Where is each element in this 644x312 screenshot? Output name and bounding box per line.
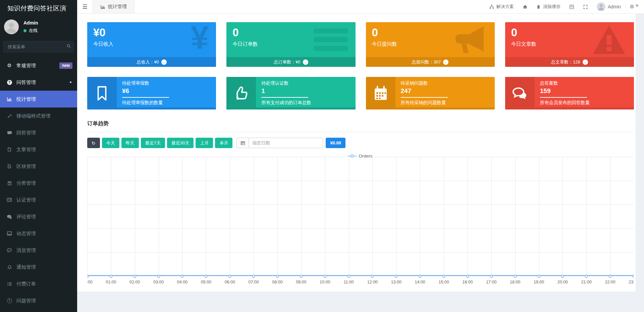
chart-data-point[interactable]: [490, 275, 493, 278]
sidebar-item-mobile-style[interactable]: 移动端样式管理: [0, 107, 77, 124]
file-text-icon: [6, 164, 13, 169]
sidebar-item-messages[interactable]: 消息管理: [0, 242, 77, 259]
x-axis-label: 01:00: [106, 280, 116, 284]
sidebar-menu: ⚙ 常规管理 new ? 问答管理 ▼ 统计管理 移动端样式管理 回答管理: [0, 57, 77, 309]
amount-button[interactable]: ¥0.00: [326, 138, 345, 148]
chart-data-point[interactable]: [87, 275, 89, 278]
sidebar-item-certification[interactable]: 认证管理: [0, 191, 77, 208]
chart-data-point[interactable]: [633, 275, 634, 278]
hamburger-icon[interactable]: ☰: [77, 0, 93, 13]
calendar-addon-icon[interactable]: [236, 138, 249, 148]
chart-data-point[interactable]: [205, 275, 208, 278]
range-last7-button[interactable]: 最近7天: [141, 138, 165, 148]
chart-legend[interactable]: Orders: [346, 153, 374, 159]
gridline: [159, 157, 159, 276]
refresh-button[interactable]: ↻: [87, 138, 100, 148]
chart-data-point[interactable]: [419, 275, 422, 278]
chart-data-point[interactable]: [109, 275, 112, 278]
sidebar-item-articles[interactable]: 文章管理: [0, 141, 77, 158]
chart-data-point[interactable]: [371, 275, 374, 278]
chart-data-point[interactable]: [157, 275, 160, 278]
comment-dots-icon: [6, 248, 13, 253]
gridline: [87, 157, 88, 276]
chart-data-point[interactable]: [537, 275, 540, 278]
chart-data-point[interactable]: [466, 275, 469, 278]
chart-data-point[interactable]: [561, 275, 564, 278]
chart-data-point[interactable]: [347, 275, 350, 278]
x-axis-label: 12:00: [367, 280, 378, 284]
stat-footer-link[interactable]: 总文章数：128 →: [505, 57, 634, 67]
comments-icon: [6, 214, 13, 219]
sidebar-item-general[interactable]: ⚙ 常规管理 new: [0, 57, 77, 74]
yen-watermark-icon: ¥: [191, 22, 209, 54]
search-icon[interactable]: [66, 44, 71, 48]
chart-data-point[interactable]: [514, 275, 517, 278]
sidebar-item-label: 统计管理: [16, 96, 36, 102]
stat-card-questions[interactable]: 0 今日提问数 总提问数：307 →: [366, 22, 495, 67]
chart-data-point[interactable]: [585, 275, 588, 278]
info-card-pending-questions[interactable]: 待采纳问题数 247 所有待采纳的问题数量: [366, 77, 495, 109]
stat-card-income[interactable]: ¥0 今日收入 ¥ 总收入：¥0 →: [87, 22, 216, 67]
range-this-month-button[interactable]: 本月: [215, 138, 232, 148]
new-badge: new: [59, 62, 72, 69]
settings-gears-icon[interactable]: ⚙⚙: [630, 4, 639, 10]
chart-data-point[interactable]: [395, 275, 398, 278]
info-card-certifications[interactable]: 待处理认证数 1 所有支付成功的订单总数: [226, 77, 355, 109]
avatar: [4, 19, 19, 34]
gridline: [182, 157, 182, 276]
sidebar-item-notifications[interactable]: 通知管理: [0, 259, 77, 275]
tab-statistics[interactable]: 统计管理: [93, 0, 135, 13]
gridline: [515, 157, 516, 276]
sidebar-item-comments[interactable]: 评论管理: [0, 208, 77, 225]
stat-footer-link[interactable]: 总订单数：¥0 →: [226, 57, 355, 67]
divider: [401, 97, 448, 98]
stat-footer-link[interactable]: 总收入：¥0 →: [87, 57, 216, 67]
sidebar-item-paid-orders[interactable]: 付费订单: [0, 275, 77, 292]
stat-card-orders[interactable]: 0 今日订单数 总订单数：¥0 →: [226, 22, 355, 67]
sidebar-item-statistics[interactable]: 统计管理: [0, 91, 77, 107]
info-card-total-answers[interactable]: 总答案数 159 所有会员发布的回答数量: [505, 77, 634, 109]
sidebar-item-qa[interactable]: ? 问答管理 ▼: [0, 74, 77, 91]
x-axis-label: 02:00: [129, 280, 140, 284]
chart-data-point[interactable]: [442, 275, 445, 278]
divider: [540, 97, 587, 98]
range-last30-button[interactable]: 最近30天: [167, 138, 194, 148]
chart-data-point[interactable]: [228, 275, 231, 278]
chart-data-point[interactable]: [181, 275, 184, 278]
chart-data-point[interactable]: [609, 275, 612, 278]
x-axis-label: 16:00: [462, 280, 473, 284]
x-axis-label: 04:00: [177, 280, 187, 284]
sidebar-item-moments[interactable]: 动态管理: [0, 225, 77, 242]
search-input[interactable]: [3, 41, 74, 52]
sidebar-item-label: 文章管理: [16, 146, 36, 153]
range-yesterday-button[interactable]: 昨天: [121, 138, 139, 148]
sidebar-item-label: 评论管理: [16, 214, 36, 220]
chart-data-point[interactable]: [133, 275, 136, 278]
stat-card-articles[interactable]: 0 今日文章数 总文章数：128 →: [505, 22, 634, 67]
chart-data-point[interactable]: [300, 275, 303, 278]
gridline: [562, 157, 563, 276]
fullscreen-icon[interactable]: [583, 4, 588, 9]
range-last-month-button[interactable]: 上月: [196, 138, 213, 148]
date-input[interactable]: [249, 138, 323, 148]
sidebar-item-blocks[interactable]: 区块管理: [0, 158, 77, 175]
trend-toolbar: ↻ 今天 昨天 最近7天 最近30天 上月 本月 ¥0.00: [87, 138, 634, 148]
chart-data-point[interactable]: [323, 275, 326, 278]
calendar-icon: [366, 77, 395, 109]
sidebar-item-questions[interactable]: ? 问题管理: [0, 292, 77, 309]
info-card-reports[interactable]: 待处理举报数 ¥6 待处理举报数的数量: [87, 77, 216, 109]
sidebar-item-answers[interactable]: 回答管理: [0, 124, 77, 141]
sidebar-item-categories[interactable]: 分类管理: [0, 175, 77, 191]
chart-data-point[interactable]: [252, 275, 255, 278]
list-icon: [6, 281, 13, 286]
user-menu[interactable]: Admin: [597, 2, 621, 11]
stat-footer-link[interactable]: 总提问数：307 →: [366, 57, 495, 67]
online-dot-icon: [23, 29, 26, 32]
home-icon[interactable]: [523, 4, 528, 9]
chart-data-point[interactable]: [276, 275, 279, 278]
clear-cache-button[interactable]: 清除缓存: [536, 4, 560, 10]
range-today-button[interactable]: 今天: [102, 138, 119, 148]
language-icon[interactable]: [569, 4, 574, 9]
header-right: 解决方案 清除缓存 Admin ⚙⚙: [489, 0, 644, 13]
solutions-button[interactable]: 解决方案: [489, 4, 514, 10]
